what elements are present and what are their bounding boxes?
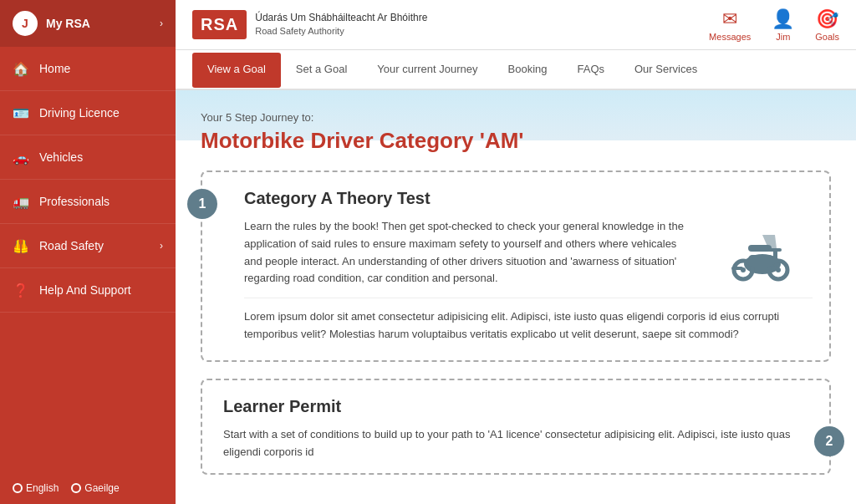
tab-set-goal-label: Set a Goal (296, 63, 347, 75)
logo-tagline: Údarás Um Shábháilteacht Ar Bhóithre (255, 11, 427, 25)
svg-rect-3 (768, 248, 782, 252)
step-card-1: 1 Category A Theory Test Learn the rules… (201, 171, 831, 362)
goals-button[interactable]: 🎯 Goals (815, 8, 839, 42)
tab-booking-label: Booking (508, 63, 548, 75)
step-number-1: 1 (187, 189, 217, 219)
sidebar-item-help-support[interactable]: ❓ Help And Support (0, 268, 176, 313)
step-number-2: 2 (814, 426, 844, 456)
svg-point-6 (776, 267, 781, 272)
sidebar-item-label: Road Safety (39, 239, 150, 252)
tab-faqs-label: FAQs (577, 63, 604, 75)
nav-tabs: View a Goal Set a Goal Your current Jour… (176, 50, 856, 90)
home-icon: 🏠 (13, 60, 29, 77)
sidebar: J My RSA › 🏠 Home 🪪 Driving Licence 🚗 Ve… (0, 0, 176, 504)
logo-subtitle: Road Safety Authority (255, 25, 427, 38)
tab-our-services-label: Our Services (634, 63, 697, 75)
journey-title: Motorbike Driver Category 'AM' (201, 128, 831, 154)
road-safety-arrow: › (160, 240, 163, 252)
english-label: English (26, 482, 59, 494)
step-2-description: Start with a set of conditions to build … (223, 426, 804, 461)
tab-booking[interactable]: Booking (493, 53, 563, 88)
svg-rect-9 (731, 267, 743, 270)
help-icon: ❓ (13, 282, 29, 298)
tab-view-goal[interactable]: View a Goal (192, 53, 281, 88)
sidebar-top[interactable]: J My RSA › (0, 0, 176, 47)
gaeilge-radio[interactable] (71, 483, 81, 493)
vehicles-icon: 🚗 (13, 149, 29, 165)
sidebar-item-road-safety[interactable]: 🦺 Road Safety › (0, 224, 176, 268)
step-1-image (712, 218, 813, 288)
sidebar-item-home[interactable]: 🏠 Home (0, 47, 176, 91)
sidebar-item-label: Driving Licence (39, 106, 163, 120)
step-1-content: Learn the rules by the book! Then get sp… (244, 218, 813, 288)
goals-icon: 🎯 (816, 8, 838, 30)
header: RSA Údarás Um Shábháilteacht Ar Bhóithre… (176, 0, 856, 50)
sidebar-item-vehicles[interactable]: 🚗 Vehicles (0, 135, 176, 180)
tab-set-goal[interactable]: Set a Goal (281, 53, 362, 88)
tab-current-journey-label: Your current Journey (377, 63, 477, 75)
language-english[interactable]: English (13, 482, 59, 494)
sidebar-item-label: Vehicles (39, 150, 163, 164)
user-label: Jim (776, 32, 790, 42)
sidebar-footer: English Gaeilge (0, 472, 176, 504)
sidebar-item-label: Professionals (39, 195, 163, 208)
svg-rect-10 (748, 255, 773, 267)
sidebar-top-chevron: › (160, 18, 163, 29)
gaeilge-label: Gaeilge (84, 482, 119, 494)
rsa-logo: RSA (192, 10, 247, 39)
messages-icon: ✉ (722, 8, 737, 30)
user-icon: 👤 (772, 8, 794, 30)
step-card-2: Learner Permit Start with a set of condi… (201, 379, 831, 476)
licence-icon: 🪪 (13, 104, 29, 121)
journey-label: Your 5 Step Journey to: (201, 111, 831, 124)
tab-our-services[interactable]: Our Services (619, 53, 712, 88)
sidebar-navigation: 🏠 Home 🪪 Driving Licence 🚗 Vehicles 🚛 Pr… (0, 47, 176, 472)
language-gaeilge[interactable]: Gaeilge (71, 482, 119, 494)
main-area: RSA Údarás Um Shábháilteacht Ar Bhóithre… (176, 0, 856, 504)
sidebar-item-professionals[interactable]: 🚛 Professionals (0, 180, 176, 224)
user-avatar: J (13, 11, 38, 36)
tab-current-journey[interactable]: Your current Journey (362, 53, 492, 88)
tab-view-goal-label: View a Goal (207, 63, 266, 75)
professionals-icon: 🚛 (13, 193, 29, 210)
user-button[interactable]: 👤 Jim (772, 8, 794, 42)
messages-label: Messages (709, 32, 751, 42)
logo-area: RSA Údarás Um Shábháilteacht Ar Bhóithre… (192, 10, 709, 39)
sidebar-item-label: Help And Support (39, 283, 163, 297)
sidebar-item-label: Home (39, 62, 163, 75)
step-1-title: Category A Theory Test (244, 189, 813, 208)
content-area: Your 5 Step Journey to: Motorbike Driver… (176, 90, 856, 504)
tab-faqs[interactable]: FAQs (562, 53, 619, 88)
step-2-title: Learner Permit (223, 397, 804, 416)
header-icons: ✉ Messages 👤 Jim 🎯 Goals (709, 8, 839, 42)
step-1-description: Learn the rules by the book! Then get sp… (244, 218, 696, 288)
my-rsa-label: My RSA (46, 17, 151, 30)
english-radio[interactable] (13, 483, 23, 493)
step-1-lorem: Lorem ipsum dolor sit amet consectetur a… (244, 298, 813, 344)
sidebar-item-driving-licence[interactable]: 🪪 Driving Licence (0, 91, 176, 135)
road-safety-icon: 🦺 (13, 237, 29, 254)
scooter-illustration (716, 218, 808, 285)
messages-button[interactable]: ✉ Messages (709, 8, 751, 42)
logo-text: Údarás Um Shábháilteacht Ar Bhóithre Roa… (255, 11, 427, 38)
goals-label: Goals (815, 32, 839, 42)
